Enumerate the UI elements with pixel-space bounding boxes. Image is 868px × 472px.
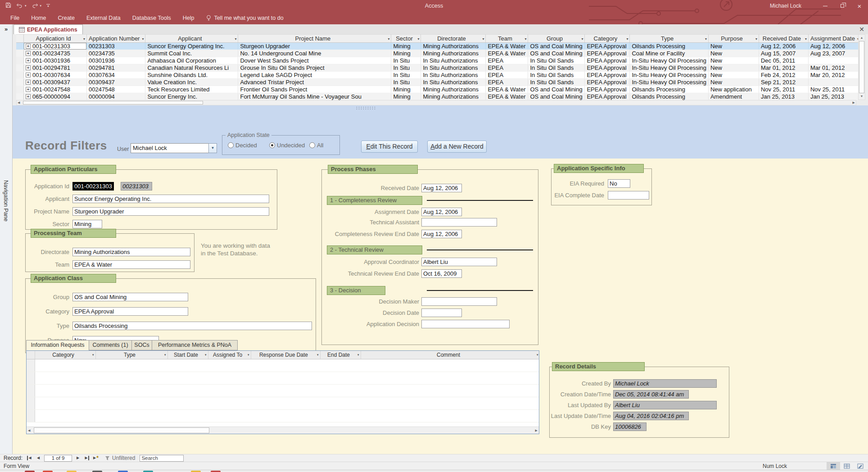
cell[interactable]: 00000094 xyxy=(87,93,145,100)
team-field[interactable]: EPEA & Water xyxy=(72,260,190,269)
cell[interactable]: New xyxy=(708,79,759,86)
cell[interactable]: +001-00294781 xyxy=(24,64,87,72)
table-row[interactable]: +001-0029478100294781Canadian Natural Re… xyxy=(16,64,860,72)
cell[interactable]: Aug 12, 2006 xyxy=(759,43,808,50)
cell[interactable]: EPEA xyxy=(486,79,528,86)
column-header-assigned-to[interactable]: Assigned To▾ xyxy=(208,351,251,359)
redo-icon[interactable] xyxy=(32,2,38,10)
cell[interactable]: In Situ Authorizations xyxy=(421,64,486,72)
cell[interactable]: In Situ xyxy=(391,64,421,72)
column-header-assignment-date[interactable]: Assignment Date▾ xyxy=(808,35,860,43)
cell[interactable]: +001-00234735 xyxy=(24,50,87,57)
cell[interactable]: Mining xyxy=(391,50,421,57)
user-filter-combobox[interactable]: Michael Lock ▼ xyxy=(131,143,217,153)
cell[interactable]: In-Situ Heavy Oil Processing xyxy=(630,57,708,64)
document-tab[interactable]: EPEA Applications xyxy=(14,24,83,34)
cell[interactable]: Suncor Energy Inc. xyxy=(145,93,238,100)
sector-field[interactable]: Mining xyxy=(72,220,102,228)
minimize-button[interactable] xyxy=(817,0,834,12)
cell[interactable]: Advanced Tristar Project xyxy=(238,79,391,86)
cell[interactable]: Nov 25, 2011 xyxy=(808,86,860,93)
tab-comments-1[interactable]: Comments (1) xyxy=(89,340,132,350)
cell[interactable]: EPEA Approval xyxy=(585,72,630,79)
cell[interactable]: Coal Mine or Facility xyxy=(630,50,708,57)
row-selector[interactable] xyxy=(16,86,24,93)
decision-maker-field[interactable] xyxy=(421,297,497,306)
cell[interactable]: EPEA Approval xyxy=(585,43,630,50)
cell[interactable]: In Situ xyxy=(391,57,421,64)
expand-row-icon[interactable]: + xyxy=(26,44,31,49)
cell[interactable] xyxy=(808,79,860,86)
restore-button[interactable] xyxy=(834,0,851,12)
expand-row-icon[interactable]: + xyxy=(26,51,31,56)
cell[interactable]: Oilsands Processing xyxy=(630,93,708,100)
menu-item-database-tools[interactable]: Database Tools xyxy=(127,12,177,24)
close-button[interactable]: × xyxy=(851,0,868,12)
expand-row-icon[interactable]: + xyxy=(26,73,31,77)
scrollbar-thumb[interactable] xyxy=(859,41,864,93)
eia-required-field[interactable]: No xyxy=(608,179,630,188)
cell[interactable]: EPEA xyxy=(486,57,528,64)
cell[interactable]: +001-00301936 xyxy=(24,57,87,64)
cell[interactable]: EPEA & Water xyxy=(486,86,528,93)
table-row[interactable]: +001-0030943700309437Value Creation Inc.… xyxy=(16,79,860,86)
tab-information-requests[interactable]: Information Requests xyxy=(26,340,89,351)
menu-item-home[interactable]: Home xyxy=(25,12,52,24)
cell[interactable]: Sunshine Oilsands Ltd. xyxy=(145,72,238,79)
scroll-up-icon[interactable]: ▲ xyxy=(859,35,865,41)
scrollbar-thumb[interactable] xyxy=(23,101,203,104)
cell[interactable]: In-Situ Heavy Oil Processing xyxy=(630,72,708,79)
cell[interactable]: No. 14 Underground Coal Mine xyxy=(238,50,391,57)
undo-dropdown-icon[interactable]: ▾ xyxy=(25,4,27,8)
assignment-date-field[interactable]: Aug 12, 2006 xyxy=(421,208,462,216)
datasheet-vertical-scrollbar[interactable]: ▲ ▼ xyxy=(858,34,865,100)
project-name-field[interactable]: Sturgeon Upgrader xyxy=(72,207,269,216)
cell[interactable]: Suncor Energy Operating Inc. xyxy=(145,43,238,50)
cell[interactable]: EPEA Approval xyxy=(585,64,630,72)
cell[interactable]: EPEA Approval xyxy=(585,86,630,93)
cell[interactable]: In Situ Oil Sands xyxy=(528,72,585,79)
menu-item-help[interactable]: Help xyxy=(177,12,200,24)
next-record-button[interactable]: ▶ xyxy=(73,455,82,462)
cell[interactable]: Legend Lake SAGD Project xyxy=(238,72,391,79)
cell[interactable]: Mining xyxy=(391,43,421,50)
column-header-team[interactable]: Team▾ xyxy=(486,35,528,43)
cell[interactable]: New xyxy=(708,57,759,64)
cell[interactable]: Sturgeon Upgrader xyxy=(238,43,391,50)
cell[interactable]: In Situ Oil Sands xyxy=(528,57,585,64)
cell[interactable]: Mining Authorizations xyxy=(421,93,486,100)
design-view-button[interactable] xyxy=(854,462,867,470)
category-field[interactable]: EPEA Approval xyxy=(72,307,188,316)
close-object-icon[interactable]: ✕ xyxy=(859,25,864,33)
cell[interactable]: Aug 15, 2007 xyxy=(759,50,808,57)
row-selector[interactable] xyxy=(16,72,24,79)
cell[interactable]: In-Situ Heavy Oil Processing xyxy=(630,64,708,72)
cell[interactable]: OS and Coal Mining xyxy=(528,50,585,57)
previous-record-button[interactable]: ◀ xyxy=(34,455,43,462)
splitter-handle[interactable] xyxy=(356,106,376,110)
technical-assistant-field[interactable] xyxy=(421,218,497,227)
tell-me-box[interactable]: Tell me what you want to do xyxy=(206,15,283,21)
cell[interactable]: Athabasca Oil Corporation xyxy=(145,57,238,64)
cell[interactable]: EPEA & Water xyxy=(486,50,528,57)
scroll-right-icon[interactable]: ▶ xyxy=(853,100,855,105)
column-header-category[interactable]: Category▾ xyxy=(585,35,630,43)
column-header-received-date[interactable]: Received Date▾ xyxy=(759,35,808,43)
row-selector[interactable] xyxy=(16,93,24,100)
cell[interactable]: Summit Coal Inc. xyxy=(145,50,238,57)
cell[interactable]: 00247548 xyxy=(87,86,145,93)
scrollbar-thumb[interactable] xyxy=(34,427,209,433)
column-header-type[interactable]: Type▾ xyxy=(630,35,708,43)
menu-item-create[interactable]: Create xyxy=(52,12,81,24)
cell[interactable]: Fort McMurray Oil Sands Mine - Voyageur … xyxy=(238,93,391,100)
cell[interactable]: In Situ Authorizations xyxy=(421,72,486,79)
table-row[interactable]: +001-0024754800247548Teck Resources Limi… xyxy=(16,86,860,93)
scroll-left-icon[interactable]: ◀ xyxy=(18,100,20,105)
cell[interactable]: EPEA Approval xyxy=(585,50,630,57)
cell[interactable]: Grouse In Situ Oil Sands Project xyxy=(238,64,391,72)
column-header-response-due-date[interactable]: Response Due Date▾ xyxy=(251,351,320,359)
row-selector[interactable] xyxy=(16,79,24,86)
column-header-category[interactable]: Category▾ xyxy=(35,351,95,359)
cell[interactable]: Feb 24, 2012 xyxy=(759,72,808,79)
cell[interactable]: 00307634 xyxy=(87,72,145,79)
